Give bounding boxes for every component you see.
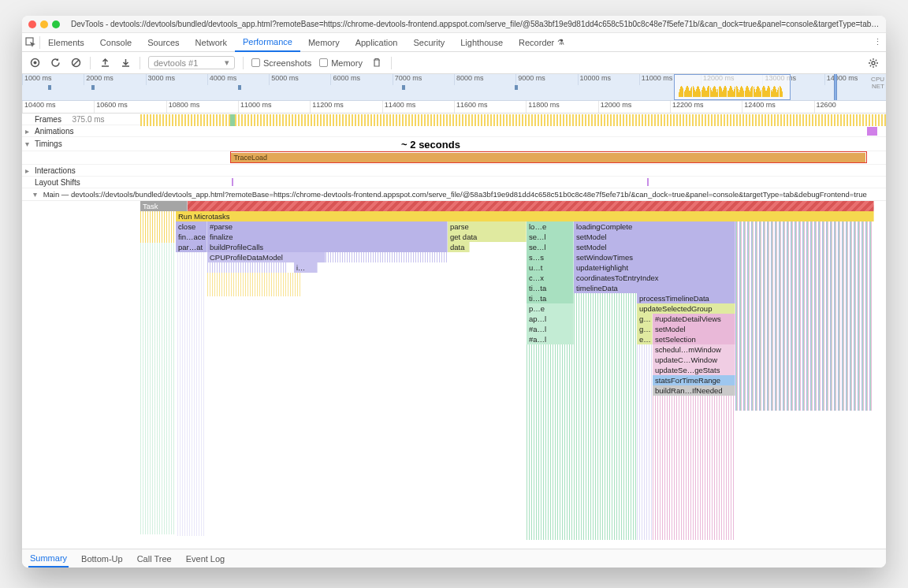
track-interactions[interactable]: ▸Interactions: [22, 165, 886, 177]
tab-security[interactable]: Security: [405, 33, 452, 52]
tab-console[interactable]: Console: [92, 33, 140, 52]
tab-performance[interactable]: Performance: [235, 33, 300, 52]
flame-bar[interactable]: #parse: [207, 221, 448, 232]
performance-toolbar: devtools #1 ▾ Screenshots Memory: [22, 52, 886, 74]
flame-bar[interactable]: ti…ta: [527, 293, 574, 303]
ov-tick: 3000 ms: [146, 74, 207, 85]
inspect-element-icon[interactable]: [22, 37, 39, 48]
flame-bar[interactable]: setWindowTimes: [574, 252, 735, 262]
flame-bar[interactable]: statsForTimeRange: [653, 375, 735, 385]
flame-bar[interactable]: ap…l: [527, 314, 574, 324]
flame-bar[interactable]: buildRan…IfNeeded: [653, 385, 735, 396]
flame-bar[interactable]: par…at: [176, 242, 207, 252]
flame-bar[interactable]: u…t: [527, 262, 574, 273]
flame-bar[interactable]: s…s: [527, 252, 574, 262]
chevron-down-icon: ▾: [225, 58, 229, 68]
flame-bar[interactable]: i…: [294, 262, 318, 273]
flame-bar[interactable]: #a…l: [527, 324, 574, 334]
flame-bar[interactable]: e…: [637, 334, 653, 344]
caret-icon[interactable]: ▸: [25, 166, 32, 175]
flame-bar[interactable]: setModel: [574, 232, 735, 242]
btab-bottom-up[interactable]: Bottom-Up: [80, 551, 125, 567]
flame-bar[interactable]: get data: [448, 232, 527, 242]
reload-record-icon[interactable]: [49, 57, 61, 69]
overview-right-labels: CPU NET: [871, 76, 884, 90]
btab-summary[interactable]: Summary: [28, 550, 69, 568]
btab-event-log[interactable]: Event Log: [184, 551, 227, 567]
window-maximize-icon[interactable]: [52, 20, 60, 28]
flame-bar[interactable]: #a…l: [527, 334, 574, 344]
btab-call-tree[interactable]: Call Tree: [136, 551, 173, 567]
settings-gear-icon[interactable]: [867, 57, 880, 69]
track-main-header[interactable]: ▾ Main — devtools://devtools/bundled/dev…: [22, 188, 886, 201]
flame-bar[interactable]: loadingComplete: [574, 221, 735, 232]
flame-bar[interactable]: CPUProfileDataModel: [207, 252, 326, 262]
flame-bar[interactable]: coordinatesToEntryIndex: [574, 273, 735, 283]
flame-bar[interactable]: finalize: [207, 232, 448, 242]
download-icon[interactable]: [119, 57, 132, 69]
panel-tab-strip: Elements Console Sources Network Perform…: [22, 33, 886, 52]
flame-bar[interactable]: data: [448, 242, 470, 252]
tracks-area[interactable]: Frames 375.0 ms ▸Animations ▾Timings ~ 2…: [22, 114, 886, 568]
track-layout-shifts[interactable]: Layout Shifts: [22, 177, 886, 188]
flame-bar[interactable]: c…x: [527, 273, 574, 283]
window-minimize-icon[interactable]: [40, 20, 48, 28]
tab-elements[interactable]: Elements: [40, 33, 92, 52]
upload-icon[interactable]: [99, 57, 111, 69]
track-timings[interactable]: ▾Timings ~ 2 seconds: [22, 137, 886, 151]
tab-recorder[interactable]: Recorder⚗: [511, 33, 572, 52]
overview-cpu-graph: [679, 86, 791, 97]
flame-longtask[interactable]: [188, 201, 874, 211]
flame-bar[interactable]: updateSelectedGroup: [637, 303, 735, 314]
more-menu-icon[interactable]: ⋮: [869, 37, 886, 47]
flame-bar[interactable]: parse: [448, 221, 527, 232]
tab-network[interactable]: Network: [188, 33, 235, 52]
timeline-overview[interactable]: 1000 ms 2000 ms 3000 ms 4000 ms 5000 ms …: [22, 74, 886, 101]
flame-bar[interactable]: updateHighlight: [574, 262, 735, 273]
traceload-bar[interactable]: TraceLoad: [231, 153, 865, 162]
flame-task[interactable]: Task: [140, 201, 188, 211]
flame-bar[interactable]: g…: [637, 324, 653, 334]
traffic-lights: [28, 20, 60, 28]
clear-icon[interactable]: [69, 57, 82, 69]
flame-bar[interactable]: #updateDetailViews: [653, 314, 735, 324]
overview-splitter[interactable]: [834, 74, 837, 100]
ov-tick: 6000 ms: [330, 74, 392, 85]
track-frames[interactable]: Frames 375.0 ms: [22, 114, 886, 125]
tab-sources[interactable]: Sources: [140, 33, 187, 52]
flame-bar[interactable]: setModel: [653, 324, 735, 334]
record-icon[interactable]: [28, 57, 41, 69]
flame-bar[interactable]: buildProfileCalls: [207, 242, 448, 252]
flame-bar[interactable]: updateSe…geStats: [653, 365, 735, 375]
tab-lighthouse[interactable]: Lighthouse: [452, 33, 511, 52]
flame-bar[interactable]: p…e: [527, 303, 574, 314]
flame-bar[interactable]: updateC…Window: [653, 355, 735, 365]
flame-bar[interactable]: ti…ta: [527, 283, 574, 293]
flame-bar[interactable]: close: [176, 221, 207, 232]
flame-bar[interactable]: se…l: [527, 232, 574, 242]
track-animations[interactable]: ▸Animations: [22, 125, 886, 137]
flame-bar[interactable]: se…l: [527, 242, 574, 252]
flame-run-microtasks[interactable]: Run Microtasks: [176, 211, 874, 221]
flame-bar[interactable]: processTimelineData: [637, 293, 735, 303]
window-close-icon[interactable]: [28, 20, 36, 28]
timings-annotation: ~ 2 seconds: [401, 139, 460, 151]
profile-dropdown[interactable]: devtools #1 ▾: [148, 56, 235, 69]
flame-bar[interactable]: g…: [637, 314, 653, 324]
caret-icon[interactable]: ▾: [33, 190, 41, 199]
tab-application[interactable]: Application: [348, 33, 406, 52]
flame-bar[interactable]: setSelection: [653, 334, 735, 344]
trash-icon[interactable]: [370, 57, 383, 69]
screenshots-checkbox[interactable]: Screenshots: [251, 58, 311, 68]
flame-bar[interactable]: timelineData: [574, 283, 735, 293]
timeline-ruler: 10400 ms10600 ms 10800 ms11000 ms 11200 …: [22, 101, 886, 114]
flame-bar[interactable]: setModel: [574, 242, 735, 252]
flame-bar[interactable]: schedul…mWindow: [653, 344, 735, 355]
flame-bar[interactable]: fin…ace: [176, 232, 207, 242]
tab-memory[interactable]: Memory: [300, 33, 348, 52]
flame-bar[interactable]: lo…e: [527, 221, 574, 232]
memory-checkbox[interactable]: Memory: [319, 58, 363, 68]
caret-icon[interactable]: ▾: [25, 140, 32, 148]
flame-chart[interactable]: Task Run Microtasks close #parse parse l…: [22, 201, 886, 540]
caret-icon[interactable]: ▸: [25, 127, 32, 136]
